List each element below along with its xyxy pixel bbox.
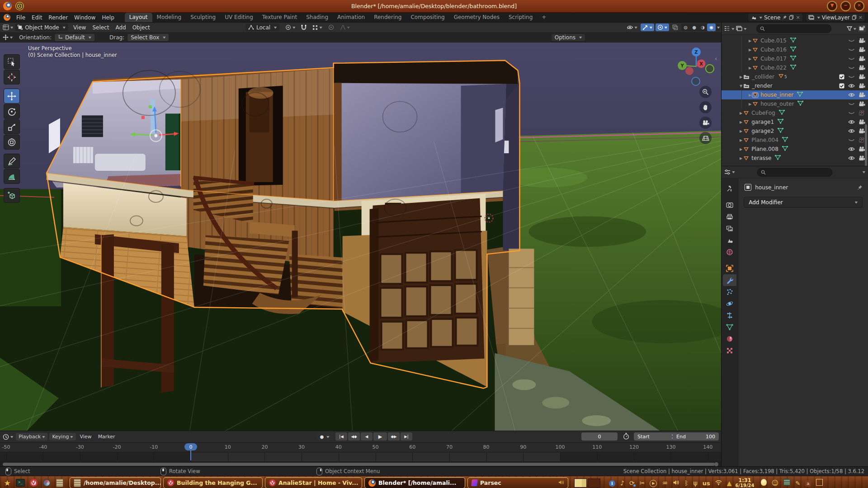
sidebar-collapse-icon[interactable]: ‹ — [715, 55, 717, 62]
filter-icon[interactable]: ▼ — [847, 26, 856, 31]
properties-tab-particles[interactable] — [723, 286, 736, 298]
outliner-display-mode-icon[interactable]: ▼ — [736, 26, 746, 31]
properties-tab-render[interactable] — [723, 199, 736, 211]
collection-checkbox[interactable] — [839, 83, 844, 89]
transform-tool[interactable] — [4, 135, 20, 150]
frame-start-field[interactable]: Start1 — [634, 432, 678, 441]
hide-eye-closed-icon[interactable] — [848, 111, 855, 115]
properties-options-icon[interactable]: ▼ — [863, 170, 865, 174]
properties-tab-texture[interactable] — [723, 345, 736, 357]
outliner-row-cube-016[interactable]: ▶Cube.016 — [722, 45, 868, 54]
outliner-row-cube-022[interactable]: ▶Cube.022 — [722, 63, 868, 72]
chevron-down-icon[interactable]: ▼ — [717, 26, 720, 29]
taskbar-task-blender-home-amali[interactable]: Blender* [/home/amali... — [364, 477, 465, 488]
outliner-row-cube-015[interactable]: ▶Cube.015 — [722, 36, 868, 45]
tray-speaker-icon[interactable] — [673, 479, 679, 487]
playhead-badge[interactable]: 0 — [184, 443, 197, 450]
tray-notes-icon[interactable]: ✎ — [795, 479, 800, 487]
disclosure-closed-icon[interactable]: ▶ — [739, 147, 743, 151]
properties-tab-object-data[interactable] — [723, 321, 736, 333]
axis-navigation-gizmo[interactable]: Z Y X — [677, 45, 716, 86]
new-collection-button[interactable] — [858, 25, 866, 32]
tray-audio-wave-icon[interactable]: ♒ — [662, 479, 668, 487]
render-visibility-icon[interactable] — [859, 128, 865, 134]
properties-tab-physics[interactable] — [723, 298, 736, 310]
workspace-pager[interactable] — [574, 479, 600, 488]
mode-selector[interactable]: Object Mode ▼ — [15, 23, 68, 31]
timeline-menu-marker[interactable]: Marker — [95, 434, 118, 440]
disclosure-closed-icon[interactable]: ▶ — [748, 102, 752, 106]
tray-lightbulb-icon[interactable] — [761, 479, 767, 487]
render-visibility-icon[interactable] — [859, 155, 865, 161]
viewport-menu-add[interactable]: Add — [112, 24, 129, 31]
show-gizmo-toggle[interactable]: ▼ — [641, 23, 654, 31]
shading-material-button[interactable]: ◑ — [698, 23, 707, 31]
outliner-row-garage2[interactable]: ▶garage2 — [722, 127, 868, 136]
shading-wireframe-button[interactable]: ◍ — [681, 23, 690, 31]
properties-tab-tool[interactable] — [723, 183, 736, 195]
menu-edit[interactable]: Edit — [28, 14, 45, 21]
collection-checkbox[interactable] — [839, 74, 844, 80]
hide-eye-closed-icon[interactable] — [848, 75, 855, 79]
pin-icon[interactable] — [857, 185, 863, 190]
properties-tab-object[interactable] — [723, 263, 736, 274]
workspace-tab-animation[interactable]: Animation — [333, 13, 369, 22]
pan-hand-button[interactable] — [699, 101, 712, 113]
playhead-line[interactable] — [190, 450, 191, 460]
outliner-row-render[interactable]: ▼_render — [722, 81, 868, 90]
zoom-button[interactable] — [699, 86, 712, 98]
next-keyframe-button[interactable]: ◆▶ — [388, 432, 400, 441]
render-visibility-icon[interactable] — [859, 92, 865, 98]
workspace-tab-geometry-nodes[interactable]: Geometry Nodes — [449, 13, 504, 22]
tray-keyboard-layout-icon[interactable]: us — [703, 479, 710, 487]
proportional-editing-icon[interactable] — [326, 23, 336, 31]
prev-keyframe-button[interactable]: ◀◆ — [348, 432, 360, 441]
hide-eye-closed-icon[interactable] — [848, 66, 855, 70]
stopwatch-icon[interactable] — [623, 433, 629, 441]
outliner-search-input[interactable] — [756, 24, 831, 33]
active-tool-icon[interactable]: ▼ — [3, 34, 13, 40]
transform-orientation-selector[interactable]: Local ▼ — [245, 23, 279, 31]
workspace-tab-scripting[interactable]: Scripting — [504, 13, 537, 22]
tray-show-desktop-icon[interactable] — [816, 479, 823, 487]
render-visibility-icon[interactable] — [859, 38, 865, 43]
tray-smiley-icon[interactable]: ☺ — [772, 479, 779, 487]
tray-play-icon[interactable]: ▶ — [650, 479, 657, 487]
outliner-row-cube-017[interactable]: ▶Cube.017 — [722, 54, 868, 63]
viewport-menu-view[interactable]: View — [70, 24, 89, 31]
object-visibility-selector[interactable]: ▼ — [625, 23, 639, 31]
move-tool[interactable] — [4, 89, 20, 103]
viewport-menu-select[interactable]: Select — [89, 24, 112, 31]
launcher-menu-star[interactable]: ★ — [2, 478, 12, 488]
disclosure-closed-icon[interactable]: ▶ — [748, 93, 752, 97]
disclosure-closed-icon[interactable]: ▶ — [748, 39, 752, 43]
tray-usb-icon[interactable]: ψ — [693, 479, 697, 487]
workspace-tab-modeling[interactable]: Modeling — [152, 13, 186, 22]
hide-eye-closed-icon[interactable] — [848, 38, 855, 43]
perspective-ortho-button[interactable] — [699, 132, 712, 144]
disclosure-closed-icon[interactable]: ▶ — [739, 75, 743, 79]
tray-update-icon[interactable]: ⟳ — [629, 479, 635, 487]
disclosure-closed-icon[interactable]: ▶ — [739, 138, 743, 142]
outliner-row-cubefog[interactable]: ▶CubeFog — [722, 108, 868, 117]
taskbar-task-building-the-hanging-g[interactable]: VBuilding the Hanging G... — [163, 477, 263, 488]
disclosure-closed-icon[interactable]: ▶ — [739, 129, 743, 133]
workspace-tab-rendering[interactable]: Rendering — [369, 13, 406, 22]
disclosure-closed-icon[interactable]: ▶ — [748, 66, 752, 70]
taskbar-task-parsec[interactable]: Parsec — [467, 477, 568, 488]
render-visibility-icon[interactable] — [859, 83, 865, 89]
add-cube-tool[interactable] — [4, 188, 20, 203]
annotate-tool[interactable] — [4, 154, 20, 169]
outliner-row-terasse[interactable]: ▶terasse — [722, 154, 868, 163]
duplicate-icon[interactable] — [789, 15, 794, 20]
properties-tab-output[interactable] — [723, 211, 736, 223]
workspace-tab-compositing[interactable]: Compositing — [406, 13, 449, 22]
measure-tool[interactable] — [4, 169, 20, 184]
render-visibility-off-icon[interactable] — [859, 137, 865, 143]
hide-eye-closed-icon[interactable] — [848, 47, 855, 52]
launcher-file-manager[interactable] — [55, 478, 65, 488]
timeline-track[interactable] — [0, 452, 721, 461]
hide-eye-open-icon[interactable] — [848, 93, 855, 97]
snap-target-selector[interactable]: ▼ — [311, 23, 324, 31]
select-box-tool[interactable] — [4, 54, 20, 69]
